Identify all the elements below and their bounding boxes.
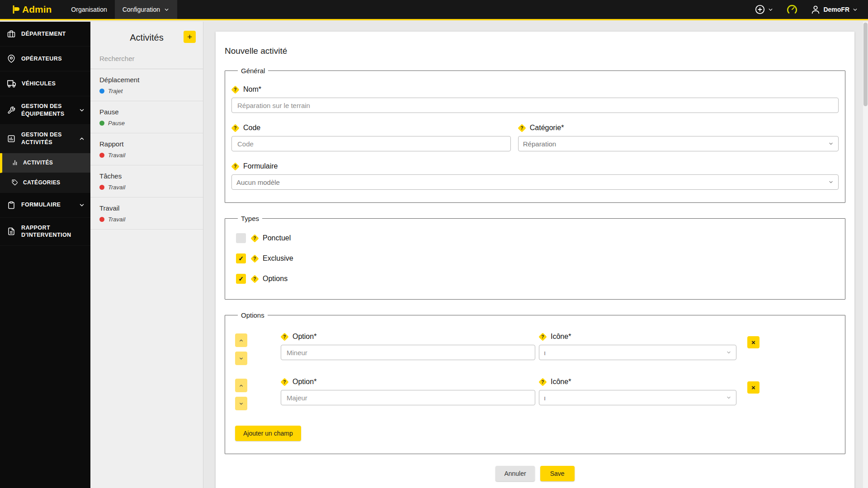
activity-name: Rapport xyxy=(99,140,194,148)
list-item-deplacement[interactable]: Déplacement Trajet xyxy=(90,69,203,101)
cancel-button[interactable]: Annuler xyxy=(495,466,534,481)
help-icon[interactable]: ? xyxy=(250,275,259,283)
activity-tag: Travail xyxy=(99,216,194,223)
move-down-button[interactable] xyxy=(235,352,247,365)
scrollbar-thumb[interactable] xyxy=(863,23,868,106)
icone-select[interactable]: ı xyxy=(539,390,736,405)
ponctuel-checkbox[interactable] xyxy=(236,233,246,243)
icone-label-row: ? Icône* xyxy=(540,378,736,386)
sidebar-item-gestion-activites[interactable]: GESTION DES ACTIVITÉS xyxy=(0,125,90,153)
formulaire-select[interactable]: Aucun modèle xyxy=(231,174,839,190)
search-input[interactable] xyxy=(99,50,195,68)
category-dot xyxy=(99,121,104,126)
exclusive-row: ? Exclusive xyxy=(236,253,839,263)
options-label: ? Options xyxy=(252,275,288,283)
sidebar-item-departement[interactable]: DÉPARTEMENT xyxy=(0,22,90,47)
option-label-row: ? Option* xyxy=(282,333,535,341)
nav-organisation[interactable]: Organisation xyxy=(63,0,114,19)
page-scrollbar[interactable] xyxy=(863,22,868,488)
activity-tag-label: Pause xyxy=(108,120,125,127)
help-icon[interactable]: ? xyxy=(231,124,239,132)
sidebar-item-label: GESTION DES ACTIVITÉS xyxy=(21,131,73,146)
user-menu[interactable]: DemoFR xyxy=(808,5,861,14)
delete-option-button[interactable]: × xyxy=(747,381,760,394)
activity-tag: Travail xyxy=(99,184,194,191)
checkbox-label: Exclusive xyxy=(263,254,293,263)
help-icon[interactable]: ? xyxy=(250,254,259,263)
file-text-icon xyxy=(7,227,15,235)
nav-configuration[interactable]: Configuration xyxy=(115,0,177,19)
code-label: Code xyxy=(243,124,260,132)
move-up-button[interactable] xyxy=(235,333,247,347)
panel-title: Activités xyxy=(98,33,196,43)
activity-tag: Trajet xyxy=(99,88,194,94)
nav-organisation-label: Organisation xyxy=(71,6,107,13)
add-field-button[interactable]: Ajouter un champ xyxy=(235,426,301,441)
logo-text: Admin xyxy=(22,4,52,15)
sidebar-item-categories[interactable]: CATÉGORIES xyxy=(0,173,90,193)
category-dot xyxy=(99,153,104,158)
fieldset-options-legend: Options xyxy=(238,311,268,319)
list-item-rapport[interactable]: Rapport Travail xyxy=(90,133,203,165)
categorie-select[interactable]: Réparation xyxy=(518,136,839,151)
sidebar-item-activites[interactable]: ACTIVITÉS xyxy=(0,153,90,173)
categorie-label-row: ? Catégorie* xyxy=(519,124,839,132)
formulaire-label: Formulaire xyxy=(243,162,278,170)
bar-chart-icon xyxy=(12,160,18,166)
activity-tag: Pause xyxy=(99,120,194,127)
category-dot xyxy=(99,89,104,94)
exclusive-checkbox[interactable] xyxy=(236,253,246,263)
topbar: Admin Organisation Configuration xyxy=(0,0,868,20)
logo-icon xyxy=(13,5,19,14)
icone-select[interactable]: ı xyxy=(539,345,736,360)
add-activity-button[interactable]: + xyxy=(184,31,196,43)
list-item-travail[interactable]: Travail Travail xyxy=(90,197,203,230)
wrench-icon xyxy=(7,106,15,114)
help-icon[interactable]: ? xyxy=(250,234,259,242)
top-nav: Organisation Configuration xyxy=(63,0,177,19)
briefcase-icon xyxy=(7,30,15,38)
code-input[interactable] xyxy=(231,136,511,151)
help-icon[interactable]: ? xyxy=(538,333,547,341)
checkbox-label: Ponctuel xyxy=(263,234,291,242)
move-down-button[interactable] xyxy=(235,397,247,410)
option-input[interactable] xyxy=(281,345,535,360)
list-item-pause[interactable]: Pause Pause xyxy=(90,101,203,133)
nom-input[interactable] xyxy=(231,98,839,113)
sidebar-item-gestion-equipements[interactable]: GESTION DES ÉQUIPEMENTS xyxy=(0,96,90,125)
help-icon[interactable]: ? xyxy=(538,378,547,386)
fieldset-general-legend: Général xyxy=(238,67,268,75)
sidebar-item-vehicules[interactable]: VÉHICULES xyxy=(0,71,90,96)
quick-add-menu[interactable] xyxy=(752,5,776,14)
option-input[interactable] xyxy=(281,390,535,405)
nom-label: Nom* xyxy=(243,85,261,94)
help-icon[interactable]: ? xyxy=(280,333,288,341)
option-field: ? Option* xyxy=(281,333,535,360)
user-name: DemoFR xyxy=(823,6,849,13)
save-button[interactable]: Save xyxy=(540,466,575,481)
sidebar-item-operateurs[interactable]: OPÉRATEURS xyxy=(0,47,90,71)
code-label-row: ? Code xyxy=(232,124,511,132)
sidebar-item-rapport-intervention[interactable]: RAPPORT D'INTERVENTION xyxy=(0,218,90,246)
move-up-button[interactable] xyxy=(235,379,247,392)
help-icon[interactable]: ? xyxy=(231,162,239,170)
icone-label: Icône* xyxy=(551,333,571,341)
help-icon[interactable]: ? xyxy=(280,378,288,386)
nom-label-row: ? Nom* xyxy=(232,85,839,94)
activity-name: Tâches xyxy=(99,172,194,180)
delete-option-button[interactable]: × xyxy=(747,336,760,348)
chevron-down-icon xyxy=(828,141,834,146)
help-icon[interactable]: ? xyxy=(231,85,239,94)
ponctuel-label: ? Ponctuel xyxy=(252,234,291,242)
map-pin-icon xyxy=(7,55,15,63)
chevron-up-icon xyxy=(79,136,85,142)
chevron-down-icon xyxy=(726,395,731,400)
option-label: Option* xyxy=(292,378,316,386)
sidebar-item-formulaire[interactable]: FORMULAIRE xyxy=(0,193,90,218)
help-icon[interactable]: ? xyxy=(518,124,526,132)
gauge-icon[interactable] xyxy=(783,4,802,15)
list-item-taches[interactable]: Tâches Travail xyxy=(90,165,203,197)
page-title: Nouvelle activité xyxy=(225,46,845,56)
options-checkbox[interactable] xyxy=(236,274,246,284)
app-logo[interactable]: Admin xyxy=(0,0,63,19)
